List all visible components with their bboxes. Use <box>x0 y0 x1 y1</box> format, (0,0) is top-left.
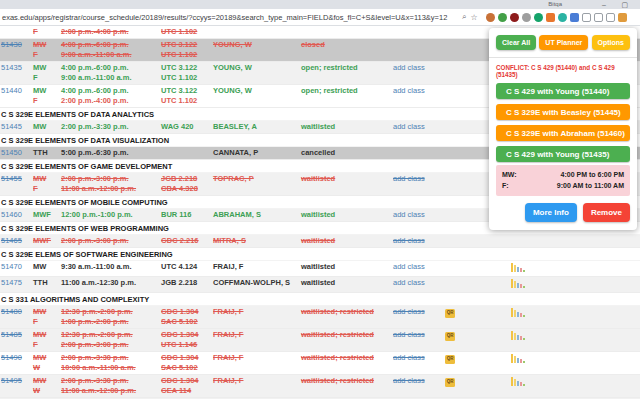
options-button[interactable]: Options <box>592 35 630 50</box>
add-class-link[interactable]: add class <box>393 353 425 362</box>
add-class-cell[interactable]: add class <box>393 63 445 73</box>
teal-circle-extension-icon[interactable] <box>558 13 567 22</box>
monitor-extension-icon[interactable] <box>582 13 591 22</box>
more-info-button[interactable]: More Info <box>525 203 577 222</box>
popup-actions: More Info Remove <box>496 203 630 222</box>
unique-number[interactable]: 51440 <box>1 86 22 95</box>
unique-number-link[interactable]: 51430 <box>0 40 33 50</box>
add-class-link[interactable]: add class <box>393 307 425 316</box>
qr-cell[interactable]: QR <box>445 376 467 387</box>
add-class-link[interactable]: add class <box>393 63 425 72</box>
orange-extension-icon[interactable] <box>546 13 555 22</box>
unique-number[interactable]: 51495 <box>1 376 22 385</box>
qr-cell[interactable]: QR <box>445 307 467 318</box>
chart-cell[interactable] <box>511 353 527 366</box>
add-class-cell[interactable]: add class <box>393 262 445 272</box>
add-class-link[interactable]: add class <box>393 376 425 385</box>
add-class-cell[interactable]: add class <box>393 122 445 132</box>
yellow-square-extension-icon[interactable] <box>618 13 627 22</box>
add-class-link[interactable]: add class <box>393 122 425 131</box>
unique-number-link[interactable]: 51485 <box>0 330 33 340</box>
qr-cell[interactable]: QR <box>445 353 467 364</box>
course-bar[interactable]: C S 329E with Abraham (51460) <box>496 125 630 141</box>
unique-number[interactable]: 51490 <box>1 353 22 362</box>
green-circle-extension-icon[interactable] <box>498 13 507 22</box>
add-class-cell[interactable]: add class <box>393 376 445 386</box>
grammarly-extension-icon[interactable] <box>534 13 543 22</box>
address-bar[interactable]: exas.edu/apps/registrar/course_schedule/… <box>0 13 462 22</box>
histogram-icon[interactable] <box>511 376 525 386</box>
maximize-button[interactable]: ▢ <box>621 0 628 9</box>
unique-number[interactable]: 51435 <box>1 63 22 72</box>
course-bar[interactable]: C S 429 with Young (51440) <box>496 83 630 99</box>
course-bar[interactable]: C S 329E with Beasley (51445) <box>496 104 630 120</box>
ut-planner-button[interactable]: UT Planner <box>539 35 588 50</box>
add-class-cell[interactable]: add class <box>393 86 445 96</box>
add-class-cell[interactable]: add class <box>393 278 445 288</box>
histogram-icon[interactable] <box>511 307 525 317</box>
unique-number[interactable]: 51485 <box>1 330 22 339</box>
qr-badge-icon[interactable]: QR <box>445 332 455 341</box>
add-class-cell[interactable]: add class <box>393 307 445 317</box>
unique-number-link[interactable]: 51435 <box>0 63 33 73</box>
remove-button[interactable]: Remove <box>583 203 630 222</box>
bookmark-star-icon[interactable]: ☆ <box>470 13 477 22</box>
unique-number[interactable]: 51465 <box>1 236 22 245</box>
add-class-cell[interactable]: add class <box>393 210 445 220</box>
unique-number-link[interactable]: 51440 <box>0 86 33 96</box>
add-class-link[interactable]: add class <box>393 262 425 271</box>
unique-number[interactable]: 51430 <box>1 40 22 49</box>
gray-extension-icon[interactable] <box>522 13 531 22</box>
add-class-cell[interactable]: add class <box>393 330 445 340</box>
add-class-link[interactable]: add class <box>393 236 425 245</box>
chart-cell[interactable] <box>511 278 527 291</box>
unique-number-link[interactable]: 51470 <box>0 262 33 272</box>
unique-number-link[interactable]: 51465 <box>0 236 33 246</box>
add-class-link[interactable]: add class <box>393 330 425 339</box>
zoom-icon[interactable]: ⌕ <box>462 12 466 22</box>
unique-number-link[interactable]: 51450 <box>0 148 33 158</box>
window-extension-icon[interactable] <box>594 13 603 22</box>
shield-extension-icon[interactable] <box>510 13 519 22</box>
chart-cell[interactable] <box>511 330 527 343</box>
unique-number[interactable]: 51475 <box>1 278 22 287</box>
unique-number-link[interactable]: 51445 <box>0 122 33 132</box>
clear-all-button[interactable]: Clear All <box>496 35 536 50</box>
qr-badge-icon[interactable]: QR <box>445 355 455 364</box>
add-class-cell[interactable]: add class <box>393 174 445 184</box>
dark-square-extension-icon[interactable] <box>606 13 615 22</box>
unique-number[interactable]: 51470 <box>1 262 22 271</box>
add-class-cell[interactable]: add class <box>393 236 445 246</box>
add-class-link[interactable]: add class <box>393 86 425 95</box>
unique-number-link[interactable]: 51480 <box>0 307 33 317</box>
chart-cell[interactable] <box>511 262 527 275</box>
unique-number[interactable]: 51455 <box>1 174 22 183</box>
qr-badge-icon[interactable]: QR <box>445 378 455 387</box>
histogram-icon[interactable] <box>511 262 525 272</box>
unique-number-link[interactable]: 51495 <box>0 376 33 386</box>
blue-square-extension-icon[interactable] <box>570 13 579 22</box>
chart-cell[interactable] <box>511 307 527 320</box>
unique-number[interactable]: 51460 <box>1 210 22 219</box>
chart-cell[interactable] <box>511 376 527 389</box>
unique-number[interactable]: 51445 <box>1 122 22 131</box>
add-class-link[interactable]: add class <box>393 174 425 183</box>
minimize-button[interactable]: – <box>602 0 606 9</box>
qr-badge-icon[interactable]: QR <box>445 309 455 318</box>
histogram-icon[interactable] <box>511 330 525 340</box>
histogram-icon[interactable] <box>511 278 525 288</box>
qr-cell[interactable]: QR <box>445 330 467 341</box>
unique-number[interactable]: 51450 <box>1 148 22 157</box>
fox-extension-icon[interactable] <box>486 13 495 22</box>
add-class-link[interactable]: add class <box>393 210 425 219</box>
unique-number[interactable]: 51480 <box>1 307 22 316</box>
unique-number-link[interactable]: 51455 <box>0 174 33 184</box>
add-class-cell[interactable]: add class <box>393 353 445 363</box>
add-class-link[interactable]: add class <box>393 278 425 287</box>
course-bar[interactable]: C S 429 with Young (51435) <box>496 146 630 162</box>
unique-number-link[interactable]: 51490 <box>0 353 33 363</box>
unique-number-link[interactable]: 51475 <box>0 278 33 288</box>
unique-number-link[interactable]: 51460 <box>0 210 33 220</box>
instructor-name: FRAIJ, F <box>213 330 243 339</box>
histogram-icon[interactable] <box>511 353 525 363</box>
